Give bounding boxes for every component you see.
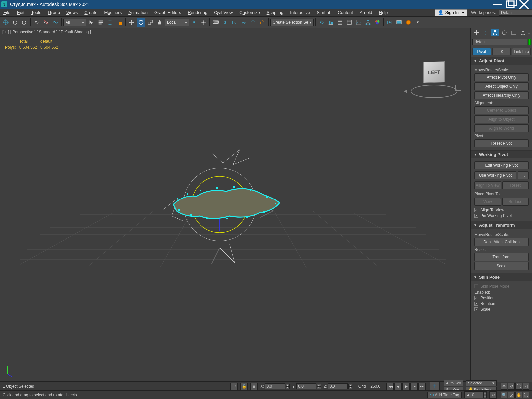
align-to-view-button[interactable]: Align To View <box>474 181 501 189</box>
absolute-transform-icon[interactable]: ⊞ <box>250 383 258 390</box>
spinner-snap-icon[interactable] <box>249 18 257 27</box>
menu-animation[interactable]: Animation <box>125 9 151 17</box>
set-key-big-button[interactable]: + <box>430 381 440 391</box>
hierarchy-tab-icon[interactable] <box>491 29 499 36</box>
selected-object[interactable] <box>153 145 303 278</box>
curve-editor-icon[interactable] <box>354 18 363 27</box>
menu-grapheditors[interactable]: Graph Editors <box>151 9 184 17</box>
pan-icon[interactable]: ✋ <box>515 392 522 398</box>
redo-icon[interactable] <box>20 18 29 27</box>
pivot-subtab[interactable]: Pivot <box>472 48 491 55</box>
pin-working-pivot-checkbox[interactable]: ✓Pin Working Pivot <box>474 213 529 218</box>
minimize-button[interactable] <box>491 0 504 9</box>
menu-arnold[interactable]: Arnold <box>356 9 376 17</box>
reset-scale-button[interactable]: Scale <box>474 262 529 270</box>
min-max-icon[interactable]: ⛶ <box>523 392 529 398</box>
menu-civilview[interactable]: Civil View <box>211 9 236 17</box>
coord-system-dropdown[interactable]: Local▾ <box>165 19 189 26</box>
y-input[interactable]: 0,0 <box>296 383 316 389</box>
schematic-view-icon[interactable] <box>364 18 372 27</box>
angle-snap-icon[interactable] <box>230 18 239 27</box>
keyboard-shortcut-icon[interactable]: ⌨ <box>211 18 220 27</box>
zoom-icon[interactable]: 🔍 <box>501 392 507 398</box>
z-spinner[interactable]: ▴▾ <box>348 384 352 389</box>
edit-named-sel-icon[interactable] <box>258 18 267 27</box>
reset-pivot-button[interactable]: Reset Pivot <box>474 139 529 147</box>
percent-snap-icon[interactable]: % <box>239 18 248 27</box>
align-to-world-button[interactable]: Align to World <box>474 124 529 132</box>
menu-scripting[interactable]: Scripting <box>263 9 287 17</box>
prev-frame-icon[interactable]: ◂I <box>394 383 402 390</box>
workspace-dropdown[interactable]: Default <box>499 10 532 16</box>
autokey-button[interactable]: Auto Key <box>444 380 463 386</box>
sign-in-button[interactable]: 👤 Sign In ▾ <box>435 9 467 16</box>
skin-pose-mode-checkbox[interactable]: Skin Pose Mode <box>474 284 529 289</box>
center-to-object-button[interactable]: Center to Object <box>474 106 529 114</box>
material-editor-icon[interactable] <box>373 18 382 27</box>
manipulate-icon[interactable] <box>199 18 208 27</box>
render-setup-icon[interactable] <box>385 18 394 27</box>
menu-simlab[interactable]: SimLab <box>313 9 334 17</box>
rollout-skin-pose[interactable]: ▼Skin Pose <box>471 273 532 281</box>
align-icon[interactable] <box>327 18 335 27</box>
display-tab-icon[interactable] <box>510 29 518 36</box>
x-spinner[interactable]: ▴▾ <box>286 384 290 389</box>
create-tab-icon[interactable] <box>472 29 480 36</box>
dont-affect-children-button[interactable]: Don't Affect Children <box>474 238 529 246</box>
toggle-ribbon-icon[interactable] <box>345 18 354 27</box>
viewcube-face[interactable]: LEFT <box>423 61 445 83</box>
viewport-label[interactable]: [ + ] [ Perspective ] [ Standard ] [ Def… <box>2 30 91 34</box>
align-to-view-checkbox[interactable]: ✓Align To View <box>474 208 529 212</box>
reset-wp-button[interactable]: Reset <box>502 181 529 189</box>
maximize-button[interactable] <box>504 0 517 9</box>
viewcube-arrow-icon[interactable] <box>404 89 407 93</box>
menu-interactive[interactable]: Interactive <box>287 9 313 17</box>
select-move-icon[interactable] <box>1 18 10 27</box>
mirror-icon[interactable] <box>317 18 326 27</box>
move-icon[interactable] <box>127 18 136 27</box>
select-object-icon[interactable] <box>87 18 96 27</box>
play-icon[interactable]: ▶ <box>402 383 410 390</box>
close-button[interactable] <box>517 0 531 9</box>
select-region-icon[interactable] <box>106 18 114 27</box>
linkinfo-subtab[interactable]: Link Info <box>512 48 531 55</box>
select-by-name-icon[interactable] <box>96 18 105 27</box>
viewcube[interactable]: LEFT <box>407 55 461 108</box>
frame-spinner[interactable]: I◂0 ▴▾ <box>464 391 487 398</box>
orbit-icon[interactable]: ⟲ <box>508 383 515 390</box>
goto-end-icon[interactable]: ▸▸I <box>418 383 426 390</box>
reset-transform-button[interactable]: Transform <box>474 253 529 261</box>
pan-view-icon[interactable]: ✥ <box>501 383 507 390</box>
key-target-dropdown[interactable]: Selected▾ <box>466 380 497 386</box>
isolate-selection-icon[interactable]: ⬚ <box>230 383 238 390</box>
named-selection-dropdown[interactable]: Create Selection Se▾ <box>270 19 314 26</box>
scale-checkbox[interactable]: ✓Scale <box>474 307 529 312</box>
align-to-object-button[interactable]: Align to Object <box>474 115 529 123</box>
affect-pivot-only-button[interactable]: Affect Pivot Only <box>474 73 529 81</box>
rotate-icon[interactable] <box>137 18 145 27</box>
render-output-icon[interactable]: ▾ <box>413 18 422 27</box>
selection-filter-dropdown[interactable]: All▾ <box>63 19 86 26</box>
scale-icon[interactable] <box>146 18 155 27</box>
x-input[interactable]: 0,0 <box>265 383 285 389</box>
menu-group[interactable]: Group <box>45 9 63 17</box>
next-frame-icon[interactable]: I▸ <box>410 383 418 390</box>
undo-icon[interactable] <box>11 18 19 27</box>
snap-toggle-icon[interactable]: 3 <box>221 18 229 27</box>
menu-edit[interactable]: Edit <box>14 9 28 17</box>
use-working-pivot-button[interactable]: Use Working Pivot <box>474 171 516 179</box>
viewcube-home-icon[interactable] <box>455 85 461 91</box>
viewcube-ring[interactable] <box>411 85 457 98</box>
menu-content[interactable]: Content <box>334 9 356 17</box>
add-time-tag-button[interactable]: 🏷Add Time Tag <box>427 392 462 398</box>
render-frame-icon[interactable] <box>395 18 403 27</box>
use-pivot-icon[interactable] <box>190 18 199 27</box>
modify-tab-icon[interactable] <box>482 29 490 36</box>
goto-start-icon[interactable]: I◂◂ <box>386 383 394 390</box>
object-color-swatch[interactable] <box>528 39 531 45</box>
position-checkbox[interactable]: ✓Position <box>474 296 529 300</box>
panel-more-icon[interactable]: » <box>528 30 531 35</box>
ik-subtab[interactable]: IK <box>492 48 511 55</box>
z-input[interactable]: 0,0 <box>328 383 348 389</box>
viewport[interactable]: [ + ] [ Perspective ] [ Standard ] [ Def… <box>0 28 471 382</box>
